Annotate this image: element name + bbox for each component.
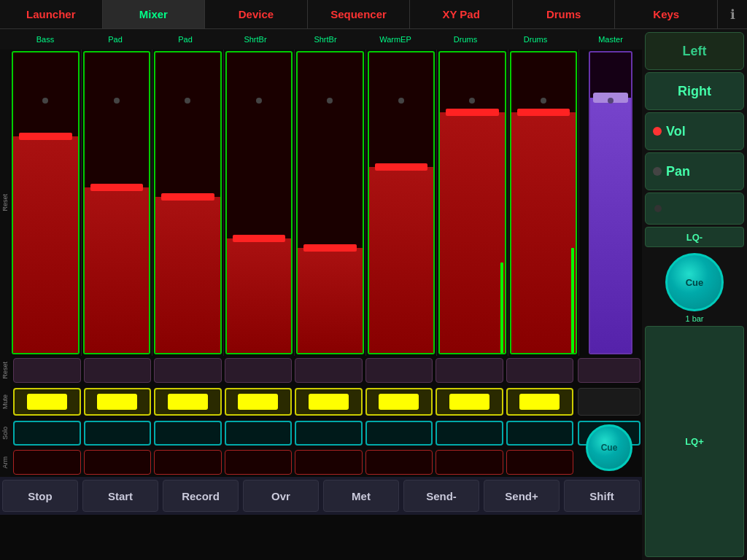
tab-keys[interactable]: Keys xyxy=(615,0,718,28)
master-header: Master xyxy=(579,35,642,44)
arm-btn-8[interactable] xyxy=(506,450,574,475)
fader-track-6[interactable] xyxy=(368,51,436,354)
extra-dot-button[interactable] xyxy=(645,192,744,225)
pan-label: Pan xyxy=(666,164,690,179)
bar-label: 1 bar xyxy=(685,314,703,323)
tab-sequencer[interactable]: Sequencer xyxy=(308,0,411,28)
lq-plus-button[interactable]: LQ+ xyxy=(645,326,744,557)
record-button[interactable]: Record xyxy=(163,480,239,512)
fader-track-8[interactable] xyxy=(510,51,578,354)
reset-btn-3[interactable] xyxy=(154,358,222,383)
mute-btn-3[interactable] xyxy=(154,388,222,416)
mute-btn-1[interactable] xyxy=(13,388,81,416)
right-panel: Left Right Vol Pan LQ- xyxy=(642,29,747,560)
solo-row: Solo Cue xyxy=(0,419,642,448)
fader-track-1[interactable] xyxy=(12,51,80,354)
met-button[interactable]: Met xyxy=(323,480,399,512)
reset-btn-1[interactable] xyxy=(13,358,81,383)
send-minus-button[interactable]: Send- xyxy=(403,480,479,512)
ch-header-7: Drums xyxy=(430,34,500,44)
reset-btn-7[interactable] xyxy=(436,358,503,383)
arm-btn-6[interactable] xyxy=(365,450,433,475)
arm-side-label: Arm xyxy=(1,456,9,469)
mute-btn-5[interactable] xyxy=(295,388,363,416)
reset-btn-4[interactable] xyxy=(225,358,293,383)
top-navigation: Launcher Mixer Device Sequencer XY Pad D… xyxy=(0,0,747,29)
shift-button[interactable]: Shift xyxy=(564,480,640,512)
solo-btn-3[interactable] xyxy=(154,421,222,446)
mute-btn-2[interactable] xyxy=(84,388,152,416)
info-icon[interactable]: ℹ xyxy=(718,7,747,23)
reset-btn-2[interactable] xyxy=(84,358,152,383)
tab-drums[interactable]: Drums xyxy=(513,0,616,28)
channel-strip-3 xyxy=(152,50,224,356)
master-reset-btn[interactable] xyxy=(578,358,640,383)
tab-xypad[interactable]: XY Pad xyxy=(410,0,513,28)
fader-track-4[interactable] xyxy=(225,51,293,354)
ch-header-5: ShrtBr xyxy=(290,34,360,44)
solo-btn-4[interactable] xyxy=(225,421,293,446)
master-fader-track[interactable] xyxy=(589,51,632,354)
channel-strip-6 xyxy=(366,50,438,356)
lq-minus-button[interactable]: LQ- xyxy=(645,227,744,247)
fader-track-2[interactable] xyxy=(83,51,151,354)
pan-button[interactable]: Pan xyxy=(645,152,744,190)
vol-dot xyxy=(653,127,662,136)
reset-row: Reset xyxy=(0,356,642,385)
channel-strip-2 xyxy=(82,50,153,356)
arm-btn-2[interactable] xyxy=(84,450,152,475)
mute-btn-6[interactable] xyxy=(365,388,433,416)
mute-side-label: Mute xyxy=(1,394,9,409)
ch-header-4: ShrtBr xyxy=(220,34,290,44)
fader-track-3[interactable] xyxy=(154,51,222,354)
mute-btn-7[interactable] xyxy=(436,388,503,416)
channel-strip-1 xyxy=(10,50,82,356)
arm-btn-4[interactable] xyxy=(225,450,293,475)
cue-knob-label: Cue xyxy=(686,277,704,288)
mute-btn-4[interactable] xyxy=(225,388,293,416)
solo-btn-2[interactable] xyxy=(84,421,152,446)
mute-btn-8[interactable] xyxy=(506,388,574,416)
arm-btn-3[interactable] xyxy=(154,450,222,475)
fader-area: Reset xyxy=(0,50,642,356)
reset-btn-5[interactable] xyxy=(295,358,363,383)
master-cue-knob-area[interactable]: Cue xyxy=(578,421,640,446)
tab-mixer[interactable]: Mixer xyxy=(103,0,206,28)
solo-btn-1[interactable] xyxy=(13,421,81,446)
start-button[interactable]: Start xyxy=(82,480,158,512)
right-button[interactable]: Right xyxy=(645,72,744,110)
fader-track-7[interactable] xyxy=(438,51,506,354)
vol-button[interactable]: Vol xyxy=(645,112,744,150)
channel-strip-5 xyxy=(295,50,366,356)
left-button[interactable]: Left xyxy=(645,32,744,70)
tab-launcher[interactable]: Launcher xyxy=(0,0,103,28)
solo-side-label: Solo xyxy=(1,427,9,440)
send-plus-button[interactable]: Send+ xyxy=(484,480,560,512)
cue-knob[interactable]: Cue xyxy=(586,424,632,471)
fader-track-5[interactable] xyxy=(296,51,364,354)
arm-btn-1[interactable] xyxy=(13,450,81,475)
master-strip xyxy=(579,50,642,356)
arm-btn-5[interactable] xyxy=(295,450,363,475)
mute-row: Mute xyxy=(0,385,642,419)
solo-btn-7[interactable] xyxy=(436,421,503,446)
cue-knob-main[interactable]: Cue xyxy=(665,253,724,311)
reset-label: Reset xyxy=(1,194,9,211)
arm-btn-7[interactable] xyxy=(436,450,503,475)
vol-label: Vol xyxy=(666,124,686,139)
reset-side-label: Reset xyxy=(1,362,9,379)
transport-bar: Stop Start Record Ovr Met Send- Send+ Sh… xyxy=(0,477,642,515)
lq-minus-row: LQ- xyxy=(645,227,744,247)
channel-strip-8 xyxy=(508,50,580,356)
stop-button[interactable]: Stop xyxy=(2,480,78,512)
solo-btn-5[interactable] xyxy=(295,421,363,446)
reset-btn-6[interactable] xyxy=(365,358,433,383)
solo-btn-6[interactable] xyxy=(365,421,433,446)
reset-btn-8[interactable] xyxy=(506,358,574,383)
arm-row: Arm xyxy=(0,448,642,477)
cue-section: LQ- Cue 1 bar LQ+ xyxy=(645,227,744,557)
tab-device[interactable]: Device xyxy=(205,0,308,28)
solo-btn-8[interactable] xyxy=(506,421,574,446)
ovr-button[interactable]: Ovr xyxy=(243,480,319,512)
ch-header-8: Drums xyxy=(500,34,570,44)
